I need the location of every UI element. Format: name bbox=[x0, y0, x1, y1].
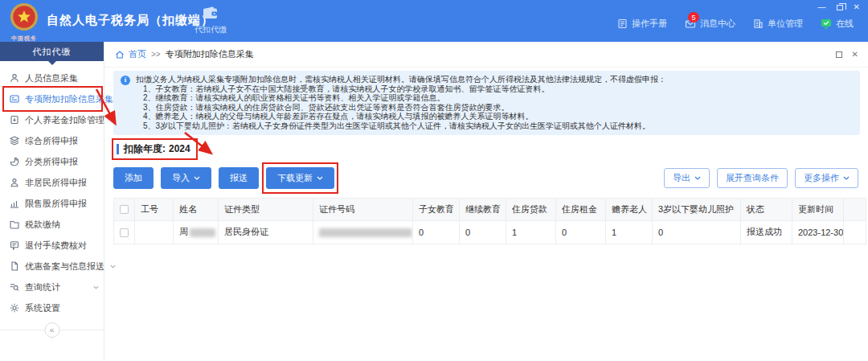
org-manage-button[interactable]: 单位管理 bbox=[753, 18, 803, 30]
maximize-tab-icon[interactable] bbox=[836, 51, 842, 58]
col-header-housing-loan: 住房贷款 bbox=[506, 198, 556, 220]
sidebar-item-comprehensive-income[interactable]: 综合所得申报 bbox=[0, 130, 104, 151]
cell-continuing-education: 0 bbox=[460, 220, 506, 244]
sidebar-item-preference-filing[interactable]: 优惠备案与信息报送 bbox=[0, 256, 104, 277]
records-table: 工号 姓名 证件类型 证件号码 子女教育 继续教育 住房贷款 住房租金 赡养老人… bbox=[113, 198, 866, 244]
notice-line: 2、继续教育：请核实纳税人的职业资格相关证书等资料、相关入学证明或学籍信息。 bbox=[136, 93, 852, 103]
col-header-update-time: 更新时间 bbox=[792, 198, 844, 220]
notice-line: 5、3岁以下婴幼儿照护：若纳税人子女身份证件类型为出生医学证明或其他个人证件，请… bbox=[136, 121, 852, 131]
deduction-year: 扣除年度: 2024 bbox=[117, 142, 190, 156]
breadcrumb-home[interactable]: 首页 bbox=[129, 48, 146, 60]
export-button[interactable]: 导出 bbox=[664, 168, 710, 188]
row-select-cell bbox=[114, 220, 135, 244]
download-update-wrap: 下载更新 bbox=[266, 167, 334, 189]
notice-line: 扣缴义务人为纳税人采集专项附加扣除信息时，需核实纳税人相关证明材料。请确保填写信… bbox=[136, 75, 852, 84]
collapse-sidebar-button[interactable]: « bbox=[44, 322, 59, 338]
sidebar-item-pension-deduction[interactable]: 个人养老金扣除管理 bbox=[0, 109, 104, 130]
table-header-row: 工号 姓名 证件类型 证件号码 子女教育 继续教育 住房贷款 住房租金 赡养老人… bbox=[114, 198, 866, 220]
sidebar-item-system-settings[interactable]: 系统设置 bbox=[0, 297, 104, 318]
select-all-checkbox[interactable] bbox=[120, 205, 129, 214]
sidebar-item-label: 系统设置 bbox=[25, 302, 60, 314]
manual-icon bbox=[617, 18, 628, 29]
sidebar-item-label: 非居民所得申报 bbox=[25, 177, 87, 189]
chevron-down-icon bbox=[93, 285, 99, 289]
sidebar-item-label: 优惠备案与信息报送 bbox=[25, 260, 104, 273]
col-header-extra bbox=[844, 198, 866, 220]
sidebar-item-nonresident-income[interactable]: 非居民所得申报 bbox=[0, 172, 104, 193]
tab-daikou-daijiao[interactable]: 代扣代缴 bbox=[186, 6, 235, 35]
sidebar-item-label: 个人养老金扣除管理 bbox=[25, 114, 104, 126]
cell-id-type: 居民身份证 bbox=[219, 220, 313, 244]
col-header-status: 状态 bbox=[741, 198, 792, 220]
sidebar-item-label: 人员信息采集 bbox=[25, 72, 78, 84]
redacted-name bbox=[190, 228, 215, 237]
folder-icon bbox=[10, 219, 19, 229]
restore-icon bbox=[837, 5, 843, 10]
toolbar: 添加 导入 报送 下载更新 导出 展开查询条件 bbox=[113, 167, 858, 189]
submit-label: 报送 bbox=[230, 172, 248, 184]
message-badge: 5 bbox=[688, 12, 699, 23]
manual-button[interactable]: 操作手册 bbox=[617, 18, 667, 30]
col-header-elderly-support: 赡养老人 bbox=[606, 198, 653, 220]
cell-emp-no bbox=[135, 220, 174, 244]
expand-query-button[interactable]: 展开查询条件 bbox=[717, 168, 788, 188]
breadcrumb-current: 专项附加扣除信息采集 bbox=[166, 48, 254, 60]
import-button[interactable]: 导入 bbox=[161, 167, 211, 189]
receipt-icon bbox=[10, 240, 19, 250]
logo-caption: 中国税务 bbox=[6, 35, 42, 43]
chevron-down-icon bbox=[843, 176, 850, 180]
submit-button[interactable]: 报送 bbox=[219, 167, 259, 189]
pension-icon bbox=[10, 115, 19, 125]
sidebar-item-fee-refund-check[interactable]: 退付手续费核对 bbox=[0, 235, 104, 256]
sidebar-item-personnel-info[interactable]: 人员信息采集 bbox=[0, 68, 104, 88]
close-button[interactable]: ✕ bbox=[854, 3, 860, 11]
tab-label: 代扣代缴 bbox=[186, 24, 235, 35]
cell-id-number bbox=[313, 220, 413, 244]
sidebar-item-special-deduction[interactable]: 专项附加扣除信息采集 bbox=[0, 88, 104, 109]
pie-chart-icon bbox=[10, 157, 19, 166]
chevron-down-icon bbox=[110, 265, 116, 269]
notice-line: 4、赡养老人：纳税人的父母与纳税人年龄差距若存在疑点，请核实纳税人与填报的被赡养… bbox=[136, 112, 852, 121]
bar-chart-icon bbox=[10, 199, 19, 208]
col-header-name: 姓名 bbox=[174, 198, 219, 220]
sidebar-item-classified-income[interactable]: 分类所得申报 bbox=[0, 151, 104, 172]
table-row[interactable]: 周 居民身份证 0 0 1 0 1 0 报送成功 2023-12-30 bbox=[114, 220, 866, 244]
sidebar: 代扣代缴 人员信息采集 专项附加扣除信息采集 个人养老金扣除管理 综合所得申报 bbox=[0, 42, 104, 361]
sidebar-item-label: 税款缴纳 bbox=[25, 219, 60, 231]
tab-controls: ✕ bbox=[836, 50, 858, 59]
close-tab-icon[interactable]: ✕ bbox=[852, 50, 858, 59]
window-controls: — ✕ bbox=[818, 3, 860, 11]
sidebar-item-label: 专项附加扣除信息采集 bbox=[25, 93, 113, 105]
id-card-icon bbox=[10, 94, 19, 104]
sidebar-item-restricted-stock[interactable]: 限售股所得申报 bbox=[0, 193, 104, 214]
sidebar-item-tax-payment[interactable]: 税款缴纳 bbox=[0, 214, 104, 235]
more-actions-button[interactable]: 更多操作 bbox=[795, 168, 858, 188]
person-outline-icon bbox=[10, 178, 19, 187]
chevron-down-icon bbox=[317, 176, 323, 180]
col-header-emp-no: 工号 bbox=[135, 198, 174, 220]
header-nav: 操作手册 5 消息中心 单位管理 bbox=[617, 18, 854, 30]
message-center-button[interactable]: 5 消息中心 bbox=[685, 18, 735, 30]
minimize-button[interactable]: — bbox=[818, 3, 826, 11]
name-visible: 周 bbox=[179, 227, 188, 236]
col-header-housing-rent: 住房租金 bbox=[556, 198, 606, 220]
redacted-id-number bbox=[319, 228, 412, 237]
search-list-icon bbox=[10, 282, 19, 292]
main-panel: 首页 >> 专项附加扣除信息采集 ✕ i 扣缴义务人为纳税人采集专项附加扣除信息… bbox=[105, 42, 868, 361]
gear-icon bbox=[10, 303, 19, 313]
cell-extra bbox=[844, 220, 866, 244]
message-icon: 5 bbox=[685, 18, 696, 29]
download-update-button[interactable]: 下载更新 bbox=[266, 167, 334, 189]
restore-button[interactable] bbox=[837, 5, 843, 10]
add-button[interactable]: 添加 bbox=[113, 167, 154, 189]
notice-banner: i 扣缴义务人为纳税人采集专项附加扣除信息时，需核实纳税人相关证明材料。请确保填… bbox=[113, 71, 860, 135]
accent-bar bbox=[117, 144, 119, 154]
sidebar-item-label: 分类所得申报 bbox=[25, 156, 78, 168]
cell-name: 周 bbox=[174, 220, 219, 244]
person-icon bbox=[10, 73, 19, 83]
sidebar-item-query-statistics[interactable]: 查询统计 bbox=[0, 277, 104, 297]
building-icon bbox=[753, 18, 764, 29]
tax-bureau-logo: 中国税务 bbox=[6, 2, 42, 43]
row-checkbox[interactable] bbox=[120, 228, 129, 237]
deduction-year-value: 2024 bbox=[169, 143, 190, 154]
